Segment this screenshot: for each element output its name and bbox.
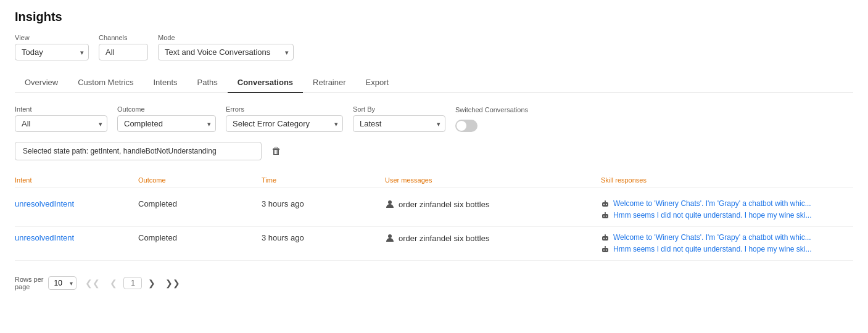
cell-user-msg-1: order zinfandel six bottles [385, 199, 601, 209]
svg-point-0 [388, 200, 392, 204]
svg-point-15 [603, 250, 605, 251]
header-user-messages: User messages [385, 176, 601, 184]
outcome-filter-group: Outcome Completed [117, 105, 216, 132]
tab-overview[interactable]: Overview [15, 73, 68, 93]
cell-user-msg-2: order zinfandel six bottles [385, 233, 601, 243]
user-message-1: order zinfandel six bottles [385, 199, 601, 209]
prev-page-button[interactable]: ❮ [106, 277, 121, 289]
skill-responses-2: Welcome to 'Winery Chats'. I'm 'Grapy' a… [601, 233, 853, 254]
sub-filters-row: Intent All Outcome Completed Errors Sele… [15, 105, 853, 132]
pagination-bar: Rows perpage 10 25 50 ❮❮ ❮ 1 ❯ ❯❯ [15, 276, 853, 290]
channels-label: Channels [99, 34, 148, 41]
pagination-nav: ❮❮ ❮ 1 ❯ ❯❯ [81, 277, 184, 289]
intent-filter-group: Intent All [15, 105, 107, 132]
skill-response-2-0: Welcome to 'Winery Chats'. I'm 'Grapy' a… [601, 233, 853, 242]
state-path-row: Selected state path: getIntent, handleBo… [15, 142, 853, 160]
cell-time-2: 3 hours ago [262, 233, 385, 242]
cell-skill-2: Welcome to 'Winery Chats'. I'm 'Grapy' a… [601, 233, 853, 254]
svg-rect-13 [605, 234, 606, 236]
intent-link-2[interactable]: unresolvedIntent [15, 233, 74, 242]
tab-custom-metrics[interactable]: Custom Metrics [68, 73, 143, 93]
user-msg-text-1: order zinfandel six bottles [399, 200, 489, 209]
bot-icon-1-0 [601, 200, 610, 208]
channels-input[interactable] [99, 44, 148, 60]
svg-point-12 [606, 238, 607, 239]
outcome-label: Outcome [117, 105, 216, 113]
delete-icon[interactable]: 🗑 [269, 143, 284, 159]
next-page-button[interactable]: ❯ [144, 277, 159, 289]
rows-per-page-label: Rows perpage [15, 276, 43, 290]
skill-text-2-1[interactable]: Hmm seems I did not quite understand. I … [613, 245, 811, 253]
svg-rect-8 [605, 212, 606, 214]
sort-select-wrapper: Latest [353, 115, 445, 132]
cell-outcome-1: Completed [138, 199, 262, 208]
rows-per-page-select[interactable]: 10 25 50 [48, 276, 76, 290]
tab-export[interactable]: Export [356, 73, 399, 93]
view-filter-group: View Today [15, 34, 89, 60]
cell-outcome-2: Completed [138, 233, 262, 242]
svg-point-2 [603, 204, 605, 205]
view-label: View [15, 34, 89, 41]
svg-rect-14 [602, 248, 608, 252]
header-outcome: Outcome [138, 176, 262, 184]
errors-select[interactable]: Select Error Category [226, 115, 343, 132]
current-page: 1 [123, 277, 142, 289]
skill-response-1-1: Hmm seems I did not quite understand. I … [601, 211, 853, 220]
skill-responses-1: Welcome to 'Winery Chats'. I'm 'Grapy' a… [601, 199, 853, 220]
skill-text-1-1[interactable]: Hmm seems I did not quite understand. I … [613, 211, 811, 220]
user-icon-2 [385, 233, 395, 243]
table-header: Intent Outcome Time User messages Skill … [15, 173, 853, 188]
header-intent: Intent [15, 176, 138, 184]
channels-filter-group: Channels [99, 34, 148, 60]
user-msg-text-2: order zinfandel six bottles [399, 234, 489, 243]
mode-label: Mode [158, 34, 294, 41]
tab-intents[interactable]: Intents [143, 73, 187, 93]
rows-per-page-wrapper: 10 25 50 [48, 276, 76, 290]
errors-filter-group: Errors Select Error Category [226, 105, 343, 132]
user-icon-1 [385, 199, 395, 209]
first-page-button[interactable]: ❮❮ [81, 277, 104, 289]
state-path-box: Selected state path: getIntent, handleBo… [15, 142, 262, 160]
svg-point-11 [603, 238, 605, 239]
header-time: Time [262, 176, 385, 184]
cell-intent-1: unresolvedIntent [15, 199, 138, 208]
skill-text-2-0[interactable]: Welcome to 'Winery Chats'. I'm 'Grapy' a… [613, 233, 811, 242]
svg-point-9 [388, 234, 392, 238]
svg-rect-17 [605, 246, 606, 248]
outcome-select[interactable]: Completed [117, 115, 216, 132]
skill-response-1-0: Welcome to 'Winery Chats'. I'm 'Grapy' a… [601, 199, 853, 208]
tab-paths[interactable]: Paths [188, 73, 228, 93]
bot-icon-1-1 [601, 212, 610, 220]
tabs-bar: Overview Custom Metrics Intents Paths Co… [15, 73, 853, 93]
svg-point-6 [603, 216, 605, 217]
intent-select[interactable]: All [15, 115, 107, 132]
cell-intent-2: unresolvedIntent [15, 233, 138, 242]
switched-conversations-group: Switched Conversations [455, 106, 528, 132]
view-select[interactable]: Today [15, 44, 89, 60]
bot-icon-2-1 [601, 245, 610, 254]
tab-conversations[interactable]: Conversations [228, 73, 303, 93]
mode-select[interactable]: Text and Voice Conversations [158, 44, 294, 60]
switched-label: Switched Conversations [455, 106, 528, 113]
svg-rect-4 [605, 200, 606, 202]
svg-rect-1 [602, 202, 608, 207]
cell-skill-1: Welcome to 'Winery Chats'. I'm 'Grapy' a… [601, 199, 853, 220]
sort-select[interactable]: Latest [353, 115, 445, 132]
switched-toggle[interactable] [455, 120, 477, 132]
table-row: unresolvedIntent Completed 3 hours ago o… [15, 227, 853, 261]
last-page-button[interactable]: ❯❯ [162, 277, 184, 289]
sort-filter-group: Sort By Latest [353, 105, 445, 132]
svg-rect-10 [602, 236, 608, 240]
mode-filter-group: Mode Text and Voice Conversations [158, 34, 294, 60]
svg-point-7 [606, 216, 607, 217]
outcome-select-wrapper: Completed [117, 115, 216, 132]
top-filters: View Today Channels Mode Text and Voice … [15, 34, 853, 60]
mode-select-wrapper: Text and Voice Conversations [158, 44, 294, 60]
svg-point-3 [606, 204, 607, 205]
skill-text-1-0[interactable]: Welcome to 'Winery Chats'. I'm 'Grapy' a… [613, 199, 811, 208]
intent-link-1[interactable]: unresolvedIntent [15, 199, 74, 208]
errors-label: Errors [226, 105, 343, 113]
tab-retrainer[interactable]: Retrainer [303, 73, 355, 93]
errors-select-wrapper: Select Error Category [226, 115, 343, 132]
table-row: unresolvedIntent Completed 3 hours ago o… [15, 193, 853, 227]
